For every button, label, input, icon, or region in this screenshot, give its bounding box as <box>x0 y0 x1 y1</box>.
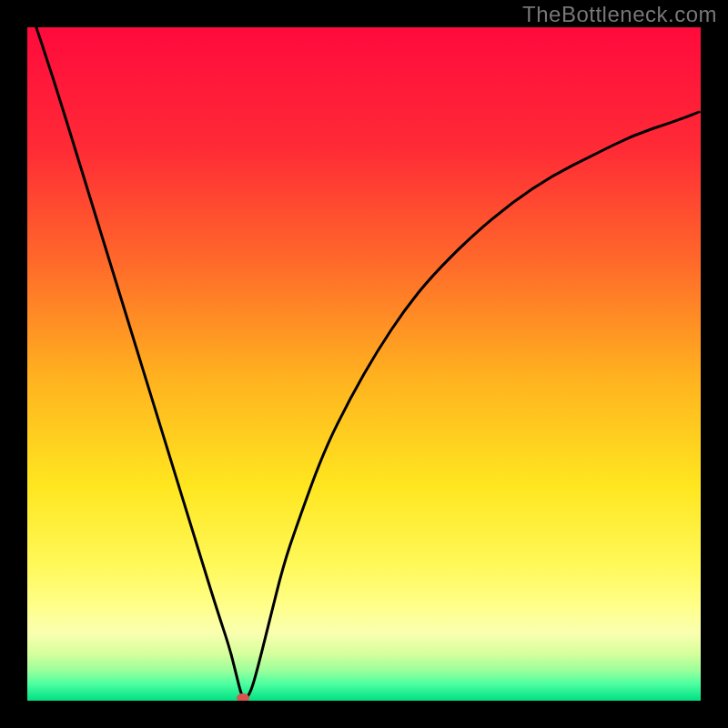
curve-svg <box>27 27 701 701</box>
chart-frame: TheBottleneck.com <box>0 0 728 728</box>
minimum-marker <box>237 693 249 701</box>
bottleneck-curve-path <box>27 27 701 699</box>
plot-area <box>27 27 701 701</box>
watermark-text: TheBottleneck.com <box>522 2 717 27</box>
